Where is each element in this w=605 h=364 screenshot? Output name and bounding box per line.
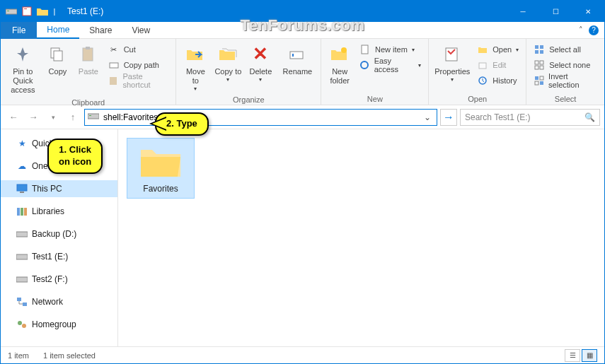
edit-button[interactable]: Edit [474,57,522,73]
svg-rect-28 [535,81,538,85]
svg-rect-10 [290,52,303,59]
svg-rect-16 [479,63,486,69]
search-placeholder: Search Test1 (E:) [465,112,530,122]
ribbon-group-select: Select all Select none Invert selection … [526,39,604,105]
tab-home[interactable]: Home [37,22,79,39]
easy-access-icon [359,59,370,71]
folder-item-favorites[interactable]: Favorites [127,138,195,199]
svg-rect-18 [535,45,538,49]
invert-icon [534,75,544,86]
tab-share[interactable]: Share [79,23,122,38]
svg-rect-27 [540,76,543,80]
icons-view-button[interactable]: ▦ [582,349,597,362]
nav-network[interactable]: Network [1,293,117,310]
svg-rect-0 [6,9,17,14]
svg-rect-40 [17,298,21,301]
nav-this-pc[interactable]: This PC [1,180,117,197]
ribbon-collapse-icon[interactable]: ˄ [579,25,583,35]
items-view[interactable]: Favorites [118,129,604,346]
libraries-icon [16,206,28,217]
copy-path-button[interactable]: Copy path [105,57,172,73]
new-folder-icon [328,43,351,66]
svg-rect-32 [17,184,27,191]
address-drive-icon[interactable] [88,112,99,123]
nav-libraries[interactable]: Libraries [1,203,117,220]
address-row: ← → ▾ ↑ ⌄ → Search Test1 (E:) 🔍 [1,105,604,129]
qat-properties-icon[interactable] [21,5,33,18]
invert-selection-button[interactable]: Invert selection [531,73,600,88]
svg-rect-6 [83,48,93,61]
svg-rect-2 [23,7,31,16]
delete-button[interactable]: ✕ Delete ▾ [246,42,275,85]
address-bar[interactable]: ⌄ [84,109,437,126]
svg-rect-34 [17,208,20,216]
network-icon [16,296,28,307]
select-all-button[interactable]: Select all [531,42,600,57]
svg-rect-9 [110,77,117,85]
edit-icon [477,59,488,71]
cut-icon: ✂ [108,44,120,55]
maximize-button[interactable]: ☐ [539,1,572,22]
ribbon-group-organize: Move to ▾ Copy to ▾ ✕ Delete ▾ Rename Or… [176,39,321,105]
new-item-icon [359,44,371,55]
forward-button[interactable]: → [25,109,42,126]
history-button[interactable]: History [474,73,522,88]
details-view-button[interactable]: ☰ [565,349,580,362]
open-button[interactable]: Open ▾ [474,42,522,57]
nav-test1-drive[interactable]: Test1 (E:) [1,248,117,265]
svg-point-12 [341,47,347,53]
address-dropdown-icon[interactable]: ⌄ [421,112,434,122]
svg-rect-19 [540,45,543,49]
delete-icon: ✕ [249,43,272,66]
go-button[interactable]: → [440,109,457,126]
minimize-button[interactable]: ─ [507,1,539,22]
search-icon[interactable]: 🔍 [584,112,595,122]
up-button[interactable]: ↑ [64,109,81,126]
recent-locations-button[interactable]: ▾ [45,109,62,126]
copy-button[interactable]: Copy [44,42,71,78]
move-to-button[interactable]: Move to ▾ [180,42,210,94]
drive-icon [16,228,28,240]
svg-rect-24 [535,66,538,69]
search-box[interactable]: Search Test1 (E:) 🔍 [460,109,600,126]
pin-quick-access-button[interactable]: Pin to Quick access [5,42,41,97]
qat-divider: | [52,5,57,18]
easy-access-button[interactable]: Easy access ▾ [357,57,424,73]
svg-rect-31 [89,115,91,116]
tab-view[interactable]: View [122,23,160,38]
copy-path-icon [108,59,120,71]
new-item-button[interactable]: New item ▾ [357,42,424,57]
nav-backup-drive[interactable]: Backup (D:) [1,225,117,242]
svg-point-43 [22,324,26,328]
tab-file[interactable]: File [1,22,37,39]
callout-click-icon: 1. Click on icon [47,139,103,174]
svg-rect-23 [540,61,543,64]
svg-rect-13 [362,45,368,54]
select-none-button[interactable]: Select none [531,57,600,73]
folder-icon [138,143,183,180]
svg-rect-30 [88,114,99,119]
cut-button[interactable]: ✂Cut [105,42,172,57]
paste-shortcut-icon [108,75,119,86]
star-icon: ★ [16,138,28,149]
drive-icon [16,251,28,262]
homegroup-icon [16,319,28,330]
rename-icon [286,43,309,66]
copy-to-button[interactable]: Copy to ▾ [213,42,243,85]
svg-rect-3 [24,8,27,9]
nav-test2-drive[interactable]: Test2 (F:) [1,271,117,288]
new-folder-button[interactable]: New folder [325,42,354,87]
back-button[interactable]: ← [5,109,22,126]
svg-rect-39 [16,277,28,282]
properties-button[interactable]: Properties ▾ [433,42,471,85]
paste-button[interactable]: Paste [74,42,102,78]
move-to-icon [184,43,207,66]
help-icon[interactable]: ? [589,25,599,35]
rename-button[interactable]: Rename [278,42,316,78]
ribbon-group-clipboard: Pin to Quick access Copy Paste ✂Cut Copy… [1,39,176,105]
svg-rect-35 [21,208,23,216]
paste-shortcut-button[interactable]: Paste shortcut [105,73,172,88]
close-button[interactable]: ✕ [572,1,604,22]
svg-rect-36 [24,208,27,216]
nav-homegroup[interactable]: Homegroup [1,316,117,333]
